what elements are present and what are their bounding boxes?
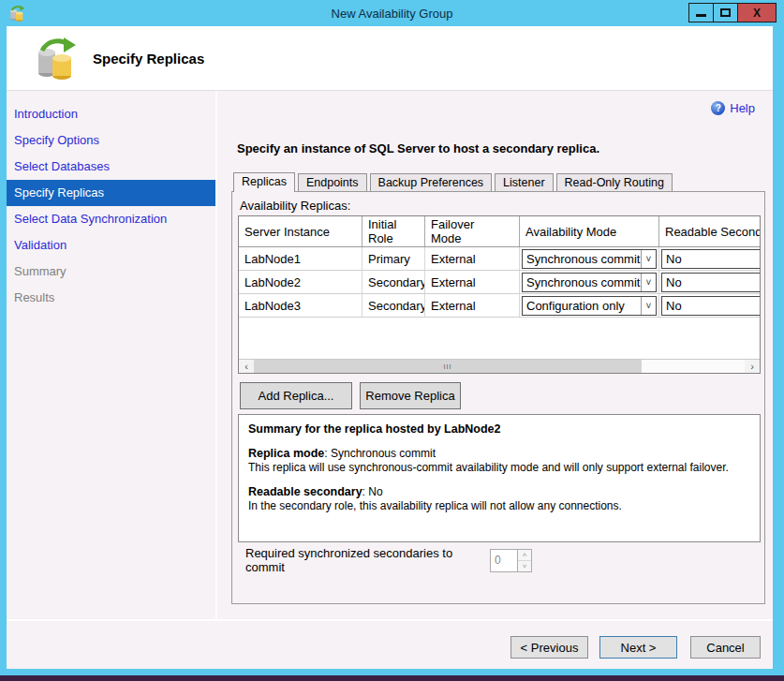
scrollbar-thumb[interactable]: III (254, 360, 642, 373)
server-instance-cell: LabNode2 (239, 271, 362, 293)
page-title: Specify Replicas (93, 51, 204, 67)
minimize-icon (696, 14, 706, 17)
replica-row-labnode3[interactable]: LabNode3 Secondary External Configuratio… (239, 294, 760, 318)
minimize-button[interactable] (688, 3, 713, 22)
availability-replicas-grid: Server Instance Initial Role Failover Mo… (238, 215, 761, 374)
tab-listener[interactable]: Listener (495, 173, 553, 191)
spin-up-icon: ˄ (518, 550, 531, 561)
help-label: Help (730, 101, 755, 115)
availability-mode-select[interactable]: Synchronous commit ˅ (522, 273, 657, 292)
required-secondaries-row: Required synchronized secondaries to com… (245, 548, 532, 572)
desktop-edge (0, 675, 784, 681)
failover-mode-cell: External (425, 271, 520, 293)
scroll-left-icon[interactable]: ‹ (239, 360, 254, 373)
readable-secondary-description: In the secondary role, this availability… (248, 499, 750, 512)
initial-role-cell: Primary (362, 247, 425, 270)
horizontal-scrollbar[interactable]: ‹ III › (239, 359, 760, 373)
column-header-readable-secondary: Readable Secondary (659, 216, 760, 246)
readable-secondary-line: Readable secondary: No (248, 485, 750, 498)
grid-label: Availability Replicas: (240, 199, 350, 213)
chevron-down-icon: ˅ (641, 297, 656, 315)
grid-header-row: Server Instance Initial Role Failover Mo… (239, 216, 760, 247)
replica-mode-description: This replica will use synchronous-commit… (248, 461, 750, 474)
readable-secondary-select[interactable]: No (661, 249, 760, 269)
availability-mode-cell: Configuration only ˅ (520, 294, 659, 317)
close-button[interactable]: X (737, 3, 777, 22)
server-instance-cell: LabNode3 (239, 294, 362, 317)
help-icon: ? (711, 101, 725, 115)
chevron-down-icon: ˅ (641, 274, 656, 291)
spin-down-icon: ˅ (518, 561, 531, 571)
readable-secondary-cell: No (659, 271, 760, 293)
help-link[interactable]: ? Help (711, 101, 755, 115)
tab-read-only-routing[interactable]: Read-Only Routing (556, 173, 673, 191)
wizard-header: Specify Replicas (7, 26, 773, 91)
maximize-icon (720, 8, 731, 17)
add-replica-button[interactable]: Add Replica... (240, 382, 352, 409)
replica-row-labnode1[interactable]: LabNode1 Primary External Synchronous co… (239, 247, 760, 271)
failover-mode-cell: External (425, 247, 520, 270)
replica-mode-label: Replica mode (248, 447, 324, 460)
window-title: New Availability Group (0, 7, 784, 21)
readable-secondary-value: : No (362, 485, 383, 498)
window-controls: X (688, 3, 777, 22)
wizard-steps-nav: Introduction Specify Options Select Data… (7, 91, 217, 619)
sidebar-item-specify-replicas[interactable]: Specify Replicas (7, 180, 215, 206)
required-secondaries-stepper: 0 ˄ ˅ (490, 549, 532, 572)
sidebar-item-results: Results (7, 285, 215, 311)
scrollbar-track[interactable] (642, 360, 745, 373)
maximize-button[interactable] (713, 3, 737, 22)
replica-summary-box: Summary for the replica hosted by LabNod… (238, 414, 761, 542)
tab-strip: Replicas Endpoints Backup Preferences Li… (233, 171, 675, 191)
next-button[interactable]: Next > (599, 636, 677, 659)
server-instance-cell: LabNode1 (239, 247, 362, 270)
readable-secondary-cell: No (659, 294, 760, 317)
required-secondaries-label: Required synchronized secondaries to com… (245, 546, 490, 574)
replicas-tab-panel: Availability Replicas: Server Instance I… (231, 191, 765, 604)
tab-backup-preferences[interactable]: Backup Preferences (370, 173, 493, 191)
chevron-down-icon: ˅ (641, 250, 656, 268)
availability-mode-select[interactable]: Configuration only ˅ (522, 296, 657, 316)
availability-mode-cell: Synchronous commit ˅ (520, 247, 659, 270)
availability-mode-cell: Synchronous commit ˅ (520, 271, 659, 293)
scroll-right-icon[interactable]: › (745, 360, 760, 373)
tab-endpoints[interactable]: Endpoints (298, 173, 367, 191)
replica-mode-value: : Synchronous commit (324, 447, 436, 460)
readable-secondary-select[interactable]: No (661, 296, 760, 316)
replica-mode-line: Replica mode: Synchronous commit (248, 447, 750, 460)
sidebar-item-summary: Summary (7, 259, 215, 285)
column-header-initial-role: Initial Role (362, 216, 425, 246)
cancel-button[interactable]: Cancel (690, 636, 761, 659)
initial-role-cell: Secondary (362, 294, 425, 317)
remove-replica-button[interactable]: Remove Replica (360, 382, 461, 409)
sidebar-item-select-databases[interactable]: Select Databases (7, 154, 215, 180)
close-icon: X (753, 7, 761, 20)
sidebar-item-validation[interactable]: Validation (7, 232, 215, 259)
sidebar-item-select-data-synchronization[interactable]: Select Data Synchronization (7, 206, 215, 232)
previous-button[interactable]: < Previous (510, 636, 588, 659)
sidebar-item-specify-options[interactable]: Specify Options (7, 127, 215, 154)
readable-secondary-label: Readable secondary (248, 485, 362, 498)
summary-title: Summary for the replica hosted by LabNod… (248, 422, 750, 436)
stepper-arrows: ˄ ˅ (517, 550, 531, 571)
new-availability-group-dialog: New Availability Group X Specify Replica… (0, 0, 784, 681)
sidebar-item-introduction[interactable]: Introduction (7, 101, 215, 127)
readable-secondary-cell: No (659, 247, 760, 270)
column-header-server-instance: Server Instance (239, 216, 362, 246)
failover-mode-cell: External (425, 294, 520, 317)
footer-bar: < Previous Next > Cancel (7, 619, 773, 669)
column-header-availability-mode: Availability Mode (520, 216, 659, 246)
required-secondaries-value: 0 (491, 550, 517, 571)
availability-group-icon (8, 5, 25, 22)
availability-group-icon (33, 36, 78, 81)
replica-row-labnode2[interactable]: LabNode2 Secondary External Synchronous … (239, 271, 760, 294)
instruction-text: Specify an instance of SQL Server to hos… (237, 141, 599, 155)
initial-role-cell: Secondary (362, 271, 425, 293)
dialog-content: Specify Replicas Introduction Specify Op… (7, 26, 773, 669)
readable-secondary-select[interactable]: No (661, 273, 760, 292)
column-header-failover-mode: Failover Mode (425, 216, 520, 246)
tab-replicas[interactable]: Replicas (233, 172, 295, 192)
titlebar[interactable]: New Availability Group X (0, 0, 784, 26)
availability-mode-select[interactable]: Synchronous commit ˅ (522, 249, 657, 269)
